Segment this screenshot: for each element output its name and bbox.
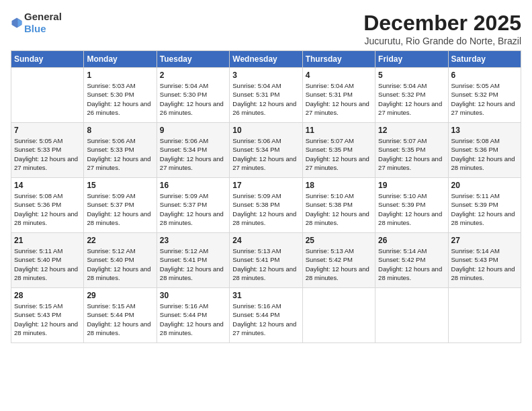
calendar-cell: 12Sunrise: 5:07 AM Sunset: 5:35 PM Dayli… (375, 123, 448, 178)
day-number: 5 (378, 71, 445, 80)
day-number: 19 (378, 181, 445, 190)
calendar-week-row: 1Sunrise: 5:03 AM Sunset: 5:30 PM Daylig… (11, 68, 521, 123)
day-number: 22 (87, 236, 153, 245)
calendar-cell: 28Sunrise: 5:15 AM Sunset: 5:43 PM Dayli… (11, 288, 84, 343)
day-info: Sunrise: 5:04 AM Sunset: 5:32 PM Dayligh… (378, 81, 445, 117)
calendar-cell (375, 288, 448, 343)
calendar-cell: 11Sunrise: 5:07 AM Sunset: 5:35 PM Dayli… (302, 123, 375, 178)
calendar-week-row: 21Sunrise: 5:11 AM Sunset: 5:40 PM Dayli… (11, 233, 521, 288)
day-number: 28 (14, 291, 81, 300)
day-number: 6 (451, 71, 518, 80)
calendar-cell: 29Sunrise: 5:15 AM Sunset: 5:44 PM Dayli… (84, 288, 157, 343)
day-number: 24 (232, 236, 299, 245)
day-number: 9 (160, 126, 226, 135)
calendar-cell: 3Sunrise: 5:04 AM Sunset: 5:31 PM Daylig… (230, 68, 302, 123)
calendar-header: SundayMondayTuesdayWednesdayThursdayFrid… (11, 51, 521, 68)
day-number: 15 (87, 181, 153, 190)
calendar-cell: 1Sunrise: 5:03 AM Sunset: 5:30 PM Daylig… (84, 68, 157, 123)
calendar-cell: 17Sunrise: 5:09 AM Sunset: 5:38 PM Dayli… (230, 178, 302, 233)
calendar-cell (11, 68, 84, 123)
day-header-thursday: Thursday (302, 51, 375, 68)
day-number: 29 (87, 291, 153, 300)
day-info: Sunrise: 5:08 AM Sunset: 5:36 PM Dayligh… (14, 191, 81, 227)
title-block: December 2025 Jucurutu, Rio Grande do No… (363, 11, 521, 46)
day-number: 4 (306, 71, 372, 80)
calendar-table: SundayMondayTuesdayWednesdayThursdayFrid… (11, 50, 521, 343)
calendar-cell: 16Sunrise: 5:09 AM Sunset: 5:37 PM Dayli… (157, 178, 229, 233)
logo-text: General Blue (24, 11, 62, 35)
day-number: 10 (232, 126, 299, 135)
day-info: Sunrise: 5:16 AM Sunset: 5:44 PM Dayligh… (232, 302, 299, 337)
day-info: Sunrise: 5:12 AM Sunset: 5:40 PM Dayligh… (87, 246, 153, 282)
day-info: Sunrise: 5:07 AM Sunset: 5:35 PM Dayligh… (306, 136, 372, 172)
calendar-cell: 20Sunrise: 5:11 AM Sunset: 5:39 PM Dayli… (448, 178, 521, 233)
calendar-cell (302, 288, 375, 343)
day-number: 21 (14, 236, 81, 245)
day-info: Sunrise: 5:14 AM Sunset: 5:43 PM Dayligh… (451, 246, 518, 282)
calendar-cell: 24Sunrise: 5:13 AM Sunset: 5:41 PM Dayli… (230, 233, 302, 288)
calendar-cell: 15Sunrise: 5:09 AM Sunset: 5:37 PM Dayli… (84, 178, 157, 233)
logo-icon (11, 17, 23, 29)
day-number: 30 (160, 291, 226, 300)
calendar-cell: 18Sunrise: 5:10 AM Sunset: 5:38 PM Dayli… (302, 178, 375, 233)
day-number: 25 (306, 236, 372, 245)
day-info: Sunrise: 5:06 AM Sunset: 5:34 PM Dayligh… (160, 136, 226, 172)
calendar-cell: 8Sunrise: 5:06 AM Sunset: 5:33 PM Daylig… (84, 123, 157, 178)
day-number: 12 (378, 126, 445, 135)
day-info: Sunrise: 5:15 AM Sunset: 5:44 PM Dayligh… (87, 302, 153, 337)
day-number: 18 (306, 181, 372, 190)
day-header-wednesday: Wednesday (230, 51, 302, 68)
calendar-cell: 4Sunrise: 5:04 AM Sunset: 5:31 PM Daylig… (302, 68, 375, 123)
calendar-cell: 7Sunrise: 5:05 AM Sunset: 5:33 PM Daylig… (11, 123, 84, 178)
day-number: 1 (87, 71, 153, 80)
days-header-row: SundayMondayTuesdayWednesdayThursdayFrid… (11, 51, 521, 68)
calendar-cell: 30Sunrise: 5:16 AM Sunset: 5:44 PM Dayli… (157, 288, 229, 343)
day-info: Sunrise: 5:08 AM Sunset: 5:36 PM Dayligh… (451, 136, 518, 172)
logo: General Blue (11, 11, 62, 35)
day-number: 2 (160, 71, 226, 80)
day-info: Sunrise: 5:10 AM Sunset: 5:39 PM Dayligh… (378, 191, 445, 227)
page-header: General Blue December 2025 Jucurutu, Rio… (11, 11, 521, 46)
calendar-cell: 2Sunrise: 5:04 AM Sunset: 5:30 PM Daylig… (157, 68, 229, 123)
day-info: Sunrise: 5:13 AM Sunset: 5:41 PM Dayligh… (232, 246, 299, 282)
day-info: Sunrise: 5:05 AM Sunset: 5:33 PM Dayligh… (14, 136, 81, 172)
calendar-body: 1Sunrise: 5:03 AM Sunset: 5:30 PM Daylig… (11, 68, 521, 343)
day-info: Sunrise: 5:15 AM Sunset: 5:43 PM Dayligh… (14, 302, 81, 337)
day-number: 20 (451, 181, 518, 190)
day-number: 26 (378, 236, 445, 245)
calendar-cell (448, 288, 521, 343)
day-info: Sunrise: 5:05 AM Sunset: 5:32 PM Dayligh… (451, 81, 518, 117)
day-info: Sunrise: 5:06 AM Sunset: 5:33 PM Dayligh… (87, 136, 153, 172)
calendar-cell: 27Sunrise: 5:14 AM Sunset: 5:43 PM Dayli… (448, 233, 521, 288)
day-info: Sunrise: 5:11 AM Sunset: 5:39 PM Dayligh… (451, 191, 518, 227)
day-header-tuesday: Tuesday (157, 51, 229, 68)
calendar-cell: 19Sunrise: 5:10 AM Sunset: 5:39 PM Dayli… (375, 178, 448, 233)
calendar-week-row: 7Sunrise: 5:05 AM Sunset: 5:33 PM Daylig… (11, 123, 521, 178)
day-info: Sunrise: 5:14 AM Sunset: 5:42 PM Dayligh… (378, 246, 445, 282)
day-info: Sunrise: 5:16 AM Sunset: 5:44 PM Dayligh… (160, 302, 226, 337)
day-info: Sunrise: 5:04 AM Sunset: 5:31 PM Dayligh… (232, 81, 299, 117)
location-title: Jucurutu, Rio Grande do Norte, Brazil (363, 36, 521, 46)
day-info: Sunrise: 5:11 AM Sunset: 5:40 PM Dayligh… (14, 246, 81, 282)
calendar-cell: 22Sunrise: 5:12 AM Sunset: 5:40 PM Dayli… (84, 233, 157, 288)
calendar-cell: 14Sunrise: 5:08 AM Sunset: 5:36 PM Dayli… (11, 178, 84, 233)
calendar-cell: 9Sunrise: 5:06 AM Sunset: 5:34 PM Daylig… (157, 123, 229, 178)
day-number: 7 (14, 126, 81, 135)
day-info: Sunrise: 5:04 AM Sunset: 5:30 PM Dayligh… (160, 81, 226, 117)
calendar-cell: 6Sunrise: 5:05 AM Sunset: 5:32 PM Daylig… (448, 68, 521, 123)
day-number: 23 (160, 236, 226, 245)
logo-blue: Blue (24, 23, 46, 34)
day-info: Sunrise: 5:04 AM Sunset: 5:31 PM Dayligh… (306, 81, 372, 117)
day-number: 8 (87, 126, 153, 135)
day-info: Sunrise: 5:13 AM Sunset: 5:42 PM Dayligh… (306, 246, 372, 282)
day-info: Sunrise: 5:06 AM Sunset: 5:34 PM Dayligh… (232, 136, 299, 172)
day-number: 16 (160, 181, 226, 190)
calendar-week-row: 14Sunrise: 5:08 AM Sunset: 5:36 PM Dayli… (11, 178, 521, 233)
day-info: Sunrise: 5:07 AM Sunset: 5:35 PM Dayligh… (378, 136, 445, 172)
calendar-cell: 21Sunrise: 5:11 AM Sunset: 5:40 PM Dayli… (11, 233, 84, 288)
calendar-cell: 25Sunrise: 5:13 AM Sunset: 5:42 PM Dayli… (302, 233, 375, 288)
calendar-cell: 31Sunrise: 5:16 AM Sunset: 5:44 PM Dayli… (230, 288, 302, 343)
day-header-saturday: Saturday (448, 51, 521, 68)
calendar-week-row: 28Sunrise: 5:15 AM Sunset: 5:43 PM Dayli… (11, 288, 521, 343)
day-info: Sunrise: 5:09 AM Sunset: 5:38 PM Dayligh… (232, 191, 299, 227)
